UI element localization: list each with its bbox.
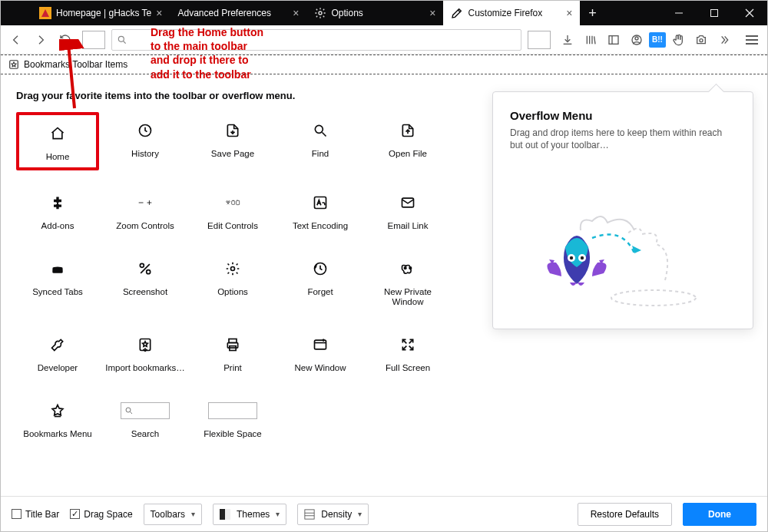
tab-advanced-prefs[interactable]: Advanced Preferences × <box>170 1 306 25</box>
tile-print[interactable]: Print <box>191 326 274 378</box>
title-bar: Homepage | gHacks Te × Advanced Preferen… <box>1 1 767 25</box>
fullscreen-icon <box>383 331 432 359</box>
flexible-space[interactable] <box>528 31 551 49</box>
svg-point-61 <box>611 290 696 306</box>
done-button[interactable]: Done <box>683 503 756 526</box>
tile-full-screen[interactable]: Full Screen <box>366 326 449 378</box>
tile-label: Print <box>223 363 242 374</box>
bookmarks-toolbar[interactable]: Bookmarks Toolbar Items <box>1 55 767 74</box>
svg-line-60 <box>131 411 133 414</box>
svg-rect-50 <box>315 340 326 349</box>
dragspace-checkbox[interactable]: Drag Space <box>70 509 132 520</box>
window-close-button[interactable] <box>732 1 767 25</box>
svg-rect-32 <box>237 200 240 204</box>
restore-defaults-button[interactable]: Restore Defaults <box>578 503 672 526</box>
tile-label: Developer <box>38 363 78 374</box>
tile-new-window[interactable]: New Window <box>279 326 362 378</box>
addons-icon <box>33 189 82 216</box>
tile-search[interactable]: Search <box>104 392 187 444</box>
tile-options[interactable]: Options <box>191 250 274 313</box>
tile-label: Home <box>46 152 70 163</box>
edit-controls-icon <box>208 189 257 216</box>
tile-find[interactable]: Find <box>279 112 362 170</box>
svg-rect-3 <box>711 10 718 17</box>
hand-icon[interactable] <box>667 29 689 51</box>
tile-zoom[interactable]: Zoom Controls <box>104 184 187 236</box>
account-button[interactable] <box>626 29 647 51</box>
tile-label: Flexible Space <box>204 429 261 440</box>
library-button[interactable] <box>580 29 601 51</box>
tile-label: Open File <box>389 149 427 160</box>
window-minimize-button[interactable] <box>661 1 697 25</box>
save-page-icon <box>208 117 257 144</box>
svg-point-59 <box>126 408 131 412</box>
tile-label: History <box>131 149 159 160</box>
svg-point-15 <box>635 37 638 40</box>
close-icon[interactable]: × <box>293 7 299 19</box>
tile-email-link[interactable]: Email Link <box>366 184 449 236</box>
close-icon[interactable]: × <box>156 7 162 19</box>
svg-point-16 <box>700 38 703 41</box>
bookmarks-icon <box>8 59 19 70</box>
downloads-button[interactable] <box>557 29 578 51</box>
tile-open-file[interactable]: Open File <box>366 112 449 170</box>
tab-customize[interactable]: Customize Firefox × <box>443 1 580 25</box>
tile-developer[interactable]: Developer <box>16 326 99 378</box>
tile-forget[interactable]: Forget <box>279 250 362 313</box>
annotation-text: Drag the Home button to the main toolbar… <box>151 25 263 81</box>
tile-label: New Window <box>294 363 346 374</box>
back-button[interactable] <box>5 29 27 51</box>
tab-ghacks[interactable]: Homepage | gHacks Te × <box>31 1 170 25</box>
forward-button[interactable] <box>30 29 51 51</box>
close-icon[interactable]: × <box>429 7 435 19</box>
tile-label: Save Page <box>211 149 254 160</box>
wrench-icon <box>33 331 82 359</box>
star-icon <box>33 397 82 425</box>
tile-label: Add-ons <box>41 221 74 232</box>
new-tab-button[interactable]: + <box>580 1 604 25</box>
tile-save-page[interactable]: Save Page <box>191 112 274 170</box>
titlebar-checkbox[interactable]: Title Bar <box>12 509 59 520</box>
tile-label: Bookmarks Menu <box>23 429 91 440</box>
svg-rect-68 <box>305 509 314 518</box>
tile-label: Full Screen <box>386 363 430 374</box>
tile-history[interactable]: History <box>104 112 187 170</box>
tile-private-window[interactable]: New Private Window <box>366 250 449 313</box>
tile-home[interactable]: Home <box>16 112 99 170</box>
density-dropdown[interactable]: Density▾ <box>297 504 369 525</box>
screenshot-icon[interactable] <box>690 29 712 51</box>
tile-addons[interactable]: Add-ons <box>16 184 99 236</box>
tab-options[interactable]: Options × <box>306 1 443 25</box>
window-maximize-button[interactable] <box>697 1 732 25</box>
tile-label: Import bookmarks… <box>105 363 185 374</box>
overflow-button[interactable] <box>713 29 735 51</box>
overflow-panel[interactable]: Overflow Menu Drag and drop items here t… <box>492 91 753 329</box>
tile-edit-controls[interactable]: Edit Controls <box>191 184 274 236</box>
density-icon <box>304 509 315 520</box>
tile-bookmarks-menu[interactable]: Bookmarks Menu <box>16 392 99 444</box>
svg-point-39 <box>140 263 144 267</box>
toolbars-dropdown[interactable]: Toolbars▾ <box>144 504 202 525</box>
screenshot-icon <box>121 255 170 283</box>
svg-point-25 <box>227 200 228 202</box>
tile-screenshot[interactable]: Screenshot <box>104 250 187 313</box>
svg-point-63 <box>570 256 573 259</box>
open-file-icon <box>383 117 432 144</box>
window-controls <box>661 1 767 25</box>
dropdown-label: Themes <box>237 509 270 520</box>
extension-badge[interactable]: B!! <box>649 32 666 48</box>
forget-icon <box>296 255 345 283</box>
themes-dropdown[interactable]: Themes▾ <box>213 504 286 525</box>
tile-label: Find <box>312 149 329 160</box>
tile-import-bookmarks[interactable]: Import bookmarks… <box>104 326 187 378</box>
tile-flexible-space[interactable]: Flexible Space <box>191 392 274 444</box>
ghacks-favicon-icon <box>39 7 51 19</box>
tile-synced-tabs[interactable]: Synced Tabs <box>16 250 99 313</box>
tile-label: Zoom Controls <box>116 221 174 232</box>
sidebar-button[interactable] <box>603 29 624 51</box>
hamburger-menu-button[interactable] <box>741 29 763 51</box>
svg-rect-29 <box>232 200 235 204</box>
tile-text-encoding[interactable]: Text Encoding <box>279 184 362 236</box>
checkbox-label: Title Bar <box>25 509 59 520</box>
close-icon[interactable]: × <box>566 7 572 19</box>
